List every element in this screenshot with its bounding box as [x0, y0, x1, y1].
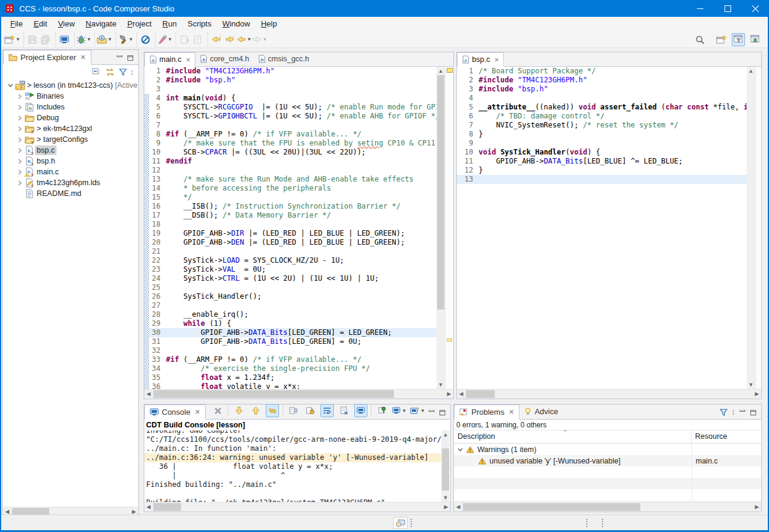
menu-view[interactable]: View: [52, 17, 80, 30]
chevron-right-icon[interactable]: [15, 126, 25, 132]
code-line[interactable]: 25: [144, 283, 437, 292]
minimize-view-icon[interactable]: [117, 55, 123, 61]
code-line[interactable]: 4: [457, 94, 747, 103]
code-line[interactable]: 24 SysTick->CTRL = (1U << 2U) | (1U << 1…: [144, 274, 437, 283]
chevron-right-icon[interactable]: [15, 105, 25, 110]
table-row[interactable]: Warnings (1 item): [454, 444, 761, 455]
minimize-button[interactable]: [686, 0, 714, 17]
flash-icon[interactable]: ▼: [97, 33, 112, 46]
code-line[interactable]: 33#if (__ARM_FP != 0) /* if VFP availabl…: [144, 355, 437, 364]
maximize-view-icon[interactable]: [127, 55, 133, 61]
menu-project[interactable]: Project: [122, 17, 157, 30]
show-on-change-icon[interactable]: [354, 404, 367, 417]
show-on-output-icon[interactable]: [266, 404, 279, 417]
view-menu-icon[interactable]: ⁞: [131, 68, 133, 77]
code-line[interactable]: 6 SYSCTL->GPIOHBCTL |= (1U << 5U); /* en…: [144, 112, 437, 121]
pin-console-icon[interactable]: [287, 404, 300, 417]
problems-hscrollbar[interactable]: ◀▶: [454, 502, 761, 512]
minimize-view-icon[interactable]: [740, 410, 746, 415]
code-line[interactable]: 26 SysTick_Handler();: [144, 292, 437, 301]
prev-console-icon[interactable]: [249, 404, 262, 417]
code-line[interactable]: 14 * before accessing the peripherals: [144, 184, 437, 193]
menu-navigate[interactable]: Navigate: [80, 17, 121, 30]
tree-item-debug[interactable]: Debug: [3, 112, 138, 123]
chevron-right-icon[interactable]: [15, 180, 25, 186]
code-line[interactable]: 28 __enable_irq();: [144, 310, 437, 319]
code-line[interactable]: 27: [144, 301, 437, 310]
close-icon[interactable]: ✕: [509, 408, 514, 416]
menu-file[interactable]: File: [5, 17, 28, 30]
clear-console-icon[interactable]: [337, 404, 351, 417]
filter-icon[interactable]: [119, 69, 127, 76]
word-wrap-icon[interactable]: [320, 404, 334, 417]
close-icon[interactable]: ✕: [186, 57, 191, 63]
tree-item-ek-tm4c123gxl[interactable]: ?> ek-tm4c123gxl: [3, 123, 138, 134]
overview-ruler[interactable]: [755, 67, 761, 389]
warning-marker[interactable]: [447, 338, 452, 341]
code-line[interactable]: 1#include "TM4C123GH6PM.h": [144, 67, 437, 76]
code-line[interactable]: 15 */: [144, 193, 437, 202]
editor-tab-main-c[interactable]: .cmain.c✕: [144, 52, 195, 67]
code-line[interactable]: 7: [144, 121, 437, 130]
console-hscrollbar[interactable]: ◀▶: [144, 502, 450, 512]
menu-scripts[interactable]: Scripts: [182, 17, 217, 30]
code-line[interactable]: 10void SysTick_Handler(void) {: [457, 148, 747, 157]
code-line[interactable]: 2#include "TM4C123GH6PM.h": [457, 76, 747, 85]
code-line[interactable]: 11#endif: [144, 157, 437, 166]
fwd-annot-icon[interactable]: [223, 33, 236, 46]
code-line[interactable]: 20 GPIOF_AHB->DEN |= (LED_RED | LED_BLUE…: [144, 238, 437, 247]
code-line[interactable]: 34 /* exercise the single-precision FPU …: [144, 364, 437, 373]
build-status-icon[interactable]: [393, 517, 408, 529]
code-line[interactable]: 3#include "bsp.h": [457, 85, 747, 94]
editor-vscrollbar[interactable]: ▲▼: [437, 67, 445, 389]
editor-hscrollbar[interactable]: ◀▶: [457, 389, 761, 399]
terminal-icon[interactable]: [58, 33, 71, 46]
chevron-right-icon[interactable]: [15, 148, 25, 153]
display-console-icon[interactable]: ▼: [392, 404, 406, 417]
ccs-edit-perspective-icon[interactable]: [732, 33, 745, 46]
debug-icon[interactable]: ▼: [76, 33, 91, 46]
code-line[interactable]: 18: [144, 220, 437, 229]
tab-project-explorer[interactable]: Project Explorer ✕: [3, 50, 91, 65]
quick-search-icon[interactable]: [693, 33, 706, 46]
tab-console[interactable]: Console ✕: [144, 405, 206, 420]
close-icon[interactable]: ✕: [195, 408, 200, 416]
pin-icon[interactable]: [375, 404, 388, 417]
tree-item-bsp-h[interactable]: h?bsp.h: [3, 156, 138, 167]
ccs-debug-perspective-icon[interactable]: [749, 33, 762, 46]
code-line[interactable]: 11 GPIOF_AHB->DATA_Bits[LED_BLUE] ^= LED…: [457, 157, 747, 166]
tree-item-readme-md[interactable]: README.md: [3, 188, 138, 199]
minimize-view-icon[interactable]: [429, 410, 435, 415]
tree-item-binaries[interactable]: 1001Binaries: [3, 91, 138, 102]
table-row[interactable]: unused variable 'y' [-Wunused-variable]m…: [454, 455, 761, 466]
editor-tab-bsp-c[interactable]: .cbsp.c✕: [457, 52, 504, 67]
build-icon[interactable]: ▼: [118, 33, 133, 46]
scope-icon[interactable]: [139, 33, 152, 46]
code-line[interactable]: 16 __ISB(); /* Instruction Synchronizati…: [144, 202, 437, 211]
code-line[interactable]: 12}: [457, 166, 747, 175]
next-console-icon[interactable]: [232, 404, 245, 417]
statusbar-grip[interactable]: [601, 518, 604, 528]
terminate-icon[interactable]: [211, 404, 224, 417]
code-line[interactable]: 4int main(void) {: [144, 94, 437, 103]
view-menu-icon[interactable]: ⁞: [732, 409, 735, 416]
code-area-main-c[interactable]: 1#include "TM4C123GH6PM.h"2#include "bsp…: [144, 67, 437, 389]
maximize-button[interactable]: [714, 0, 741, 17]
maximize-view-icon[interactable]: [750, 410, 756, 415]
console-vscrollbar[interactable]: ▲▼: [441, 430, 450, 502]
code-line[interactable]: 5 SYSCTL->RCGCGPIO |= (1U << 5U); /* ena…: [144, 103, 437, 112]
code-line[interactable]: 31 GPIOF_AHB->DATA_Bits[LED_GREEN] = 0U;: [144, 337, 437, 346]
code-line[interactable]: 2#include "bsp.h": [144, 76, 437, 85]
chevron-right-icon[interactable]: [15, 137, 25, 142]
code-line[interactable]: 32: [144, 346, 437, 355]
code-line[interactable]: 10 SCB->CPACR |= ((3UL << 20U)|(3UL << 2…: [144, 148, 437, 157]
statusbar-grip[interactable]: [410, 518, 412, 528]
code-line[interactable]: 7 NVIC_SystemReset(); /* reset the syste…: [457, 121, 747, 130]
code-line[interactable]: 3: [144, 85, 437, 94]
tree-item-includes[interactable]: hIncludes: [3, 102, 138, 112]
chevron-right-icon[interactable]: [15, 115, 25, 121]
back-annot-icon[interactable]: [210, 33, 223, 46]
code-line[interactable]: 22 SysTick->LOAD = SYS_CLOCK_HZ/2U - 1U;: [144, 256, 437, 265]
column-resource[interactable]: Resource: [691, 430, 731, 443]
close-button[interactable]: [741, 0, 769, 17]
